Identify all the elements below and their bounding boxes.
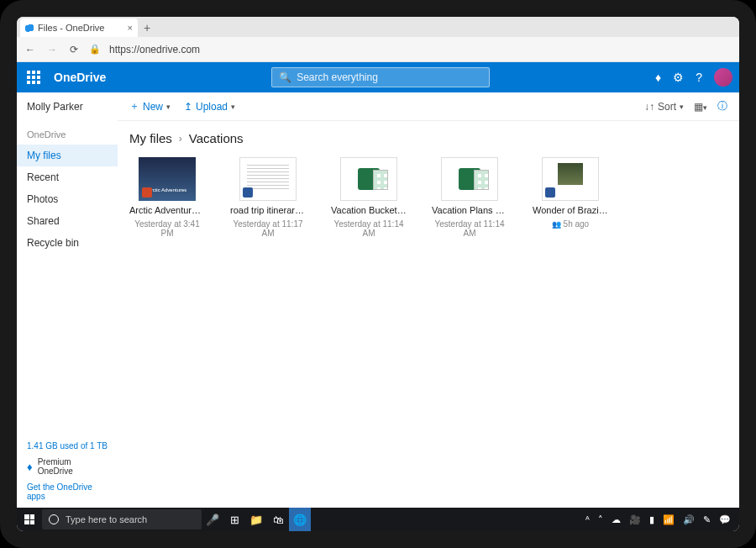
file-thumbnail-docx — [542, 157, 599, 201]
search-icon: 🔍 — [279, 71, 291, 83]
start-button[interactable] — [17, 514, 42, 524]
back-icon[interactable]: ← — [24, 44, 37, 55]
file-thumbnail-xlsx — [441, 157, 498, 201]
system-tray: ᴬ ˄ ☁ 🎥 ▮ 📶 🔊 ✎ 💬 — [585, 514, 739, 525]
file-name: Wonder of Brazil.docx — [533, 205, 608, 215]
sidebar-item-shared[interactable]: Shared — [17, 210, 118, 232]
sidebar-item-myfiles[interactable]: My files — [17, 145, 118, 166]
chevron-down-icon: ▾ — [680, 103, 684, 111]
word-icon — [545, 187, 555, 198]
file-date: 👥 5h ago — [552, 219, 589, 229]
notifications-icon[interactable]: 💬 — [719, 514, 731, 525]
view-toggle-icon[interactable]: ▦▾ — [694, 101, 707, 113]
file-thumbnail-docx — [239, 157, 297, 201]
file-thumbnail-xlsx — [340, 157, 397, 201]
forward-icon[interactable]: → — [45, 44, 59, 55]
tab-close-icon[interactable]: × — [128, 23, 133, 33]
meet-now-icon[interactable]: 🎥 — [629, 514, 641, 525]
file-name: Vacation Bucket List.xlsx — [331, 205, 407, 215]
microsoft-store-icon[interactable]: 🛍 — [267, 508, 289, 531]
new-label: New — [143, 101, 163, 113]
tab-title: Files - OneDrive — [38, 23, 104, 33]
file-thumbnail-pptx: Arctic Adventures — [139, 157, 196, 201]
file-explorer-icon[interactable]: 📁 — [245, 508, 267, 531]
excel-icon — [459, 168, 480, 190]
onedrive-favicon-icon — [25, 24, 34, 32]
command-bar: ＋ New ▾ ↥ Upload ▾ ↓↑ Sort ▾ — [118, 92, 739, 121]
sidebar-item-recyclebin[interactable]: Recycle bin — [17, 232, 118, 254]
thumb-title: Arctic Adventures — [139, 187, 196, 192]
file-card[interactable]: Vacation Bucket List.xlsx Yesterday at 1… — [331, 157, 407, 238]
premium-label: Premium OneDrive — [38, 457, 108, 476]
excel-icon — [358, 168, 380, 190]
refresh-icon[interactable]: ⟳ — [67, 44, 81, 55]
chevron-down-icon: ▾ — [231, 103, 235, 111]
upload-button[interactable]: ↥ Upload ▾ — [184, 101, 235, 113]
file-name: Vacation Plans 2021.xlsx — [432, 205, 507, 215]
get-apps-link[interactable]: Get the OneDrive apps — [27, 482, 108, 501]
app-launcher-icon[interactable] — [24, 67, 44, 87]
header-icons: ♦ ⚙ ? — [655, 68, 732, 87]
sidebar-item-photos[interactable]: Photos — [17, 188, 118, 210]
battery-icon[interactable]: ▮ — [649, 514, 654, 525]
browser-tabbar: Files - OneDrive × + — [17, 17, 739, 37]
pen-icon[interactable]: ✎ — [703, 514, 711, 525]
url-text[interactable]: https://onedrive.com — [109, 44, 200, 55]
new-tab-button[interactable]: + — [138, 18, 156, 37]
chevron-down-icon: ▾ — [166, 103, 171, 111]
file-grid: Arctic Adventures Arctic Adventures.pptx… — [123, 157, 734, 238]
file-card[interactable]: Vacation Plans 2021.xlsx Yesterday at 11… — [432, 157, 507, 238]
wifi-icon[interactable]: 📶 — [663, 514, 675, 525]
mic-icon[interactable]: 🎤 — [202, 508, 223, 531]
task-view-icon[interactable]: ⊞ — [223, 508, 245, 531]
premium-onedrive-link[interactable]: ♦ Premium OneDrive — [27, 457, 108, 476]
file-date: Yesterday at 3:41 PM — [129, 219, 205, 238]
sidebar-section-label: OneDrive — [17, 124, 118, 145]
tray-chevron-icon[interactable]: ˄ — [598, 514, 603, 525]
file-card[interactable]: Arctic Adventures Arctic Adventures.pptx… — [129, 157, 205, 238]
settings-gear-icon[interactable]: ⚙ — [673, 71, 684, 84]
device-frame: Files - OneDrive × + ← → ⟳ 🔒 https://one… — [0, 0, 756, 548]
edge-browser-icon[interactable]: 🌐 — [289, 508, 311, 531]
windows-logo-icon — [24, 514, 34, 524]
file-name: Arctic Adventures.pptx — [129, 205, 205, 215]
breadcrumb-root[interactable]: My files — [129, 131, 172, 145]
sort-icon: ↓↑ — [644, 101, 654, 113]
file-date: Yesterday at 11:14 AM — [432, 219, 507, 238]
info-icon[interactable]: ⓘ — [717, 99, 727, 113]
language-icon[interactable]: ᴬ — [585, 514, 590, 525]
shared-icon: 👥 — [552, 220, 561, 229]
breadcrumb: My files › Vacations — [123, 128, 734, 157]
avatar[interactable] — [714, 68, 732, 87]
taskbar-search[interactable]: Type here to search — [42, 509, 202, 530]
diamond-icon: ♦ — [27, 461, 33, 473]
brand-label[interactable]: OneDrive — [54, 71, 106, 84]
search-box[interactable]: 🔍 — [271, 67, 490, 87]
sort-label: Sort — [658, 101, 676, 113]
upload-icon: ↥ — [184, 101, 192, 113]
sidebar: Molly Parker OneDrive My files Recent Ph… — [17, 92, 118, 508]
file-card[interactable]: road trip itinerary.docx Yesterday at 11… — [230, 157, 306, 238]
breadcrumb-current: Vacations — [189, 131, 244, 145]
file-name: road trip itinerary.docx — [230, 205, 306, 215]
user-name: Molly Parker — [17, 92, 118, 121]
main-panel: ＋ New ▾ ↥ Upload ▾ ↓↑ Sort ▾ — [118, 92, 739, 508]
search-input[interactable] — [297, 71, 482, 83]
screen: Files - OneDrive × + ← → ⟳ 🔒 https://one… — [17, 17, 739, 531]
windows-taskbar: Type here to search 🎤 ⊞ 📁 🛍 🌐 ᴬ ˄ ☁ 🎥 ▮ … — [17, 508, 739, 531]
browser-tab[interactable]: Files - OneDrive × — [20, 18, 138, 37]
premium-diamond-icon[interactable]: ♦ — [655, 71, 661, 84]
storage-usage-text[interactable]: 1.41 GB used of 1 TB — [27, 441, 108, 451]
chevron-right-icon: › — [179, 133, 182, 145]
help-icon[interactable]: ? — [696, 71, 702, 84]
sort-button[interactable]: ↓↑ Sort ▾ — [644, 101, 684, 113]
sidebar-item-recent[interactable]: Recent — [17, 166, 118, 188]
volume-icon[interactable]: 🔊 — [683, 514, 695, 525]
plus-icon: ＋ — [129, 99, 139, 113]
new-button[interactable]: ＋ New ▾ — [129, 99, 171, 113]
taskbar-search-placeholder: Type here to search — [66, 514, 147, 524]
doc-preview-image — [558, 163, 583, 185]
onedrive-tray-icon[interactable]: ☁ — [612, 514, 621, 525]
file-card[interactable]: Wonder of Brazil.docx 👥 5h ago — [533, 157, 608, 238]
file-date: Yesterday at 11:17 AM — [230, 219, 306, 238]
